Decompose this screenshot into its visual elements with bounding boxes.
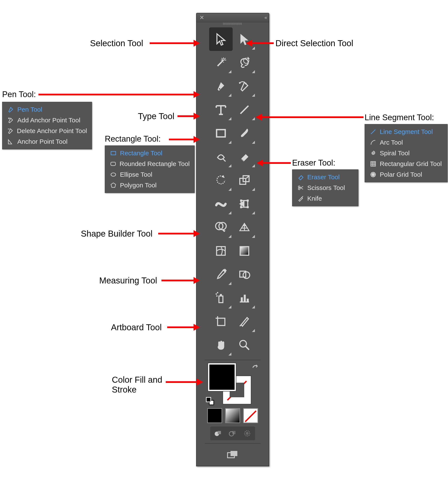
roundrect-icon: [110, 160, 116, 167]
flyout-item[interactable]: Rectangle Tool: [105, 148, 194, 159]
arrow-head: [256, 160, 263, 166]
slice-tool[interactable]: [233, 310, 256, 333]
flyout-item[interactable]: Eraser Tool: [292, 172, 358, 182]
flyout-item[interactable]: Ellipse Tool: [105, 169, 194, 180]
svg-rect-13: [217, 247, 225, 255]
gradient-tool[interactable]: [233, 239, 256, 263]
flyout-item[interactable]: Rectangular Grid Tool: [365, 159, 447, 169]
tools-panel: ✕ «: [196, 13, 269, 466]
arrow: [166, 381, 197, 383]
magic-wand-tool[interactable]: [209, 51, 233, 74]
color-mode-gradient[interactable]: [225, 408, 240, 423]
color-mode-row: [196, 408, 269, 423]
flyout-item[interactable]: Arc Tool: [365, 137, 447, 148]
svg-point-22: [216, 295, 218, 297]
line-icon: [369, 128, 377, 135]
svg-point-0: [219, 88, 220, 89]
artboard-tool[interactable]: [209, 310, 233, 333]
flyout-label: Anchor Point Tool: [17, 138, 68, 145]
scale-tool[interactable]: [233, 169, 256, 192]
swap-fill-stroke-icon[interactable]: [251, 364, 259, 372]
default-fill-stroke-icon[interactable]: [206, 397, 215, 406]
svg-rect-36: [111, 151, 116, 155]
svg-point-1: [239, 82, 240, 84]
arrow-head: [193, 40, 200, 47]
arrow: [169, 139, 193, 140]
flyout-label: Line Segment Tool: [380, 128, 433, 135]
screen-mode-icon[interactable]: [223, 449, 242, 462]
rectangle-tool[interactable]: [209, 122, 233, 145]
shaper-tool[interactable]: [209, 145, 233, 169]
color-mode-none[interactable]: [243, 408, 258, 423]
flyout-item[interactable]: Line Segment Tool: [365, 127, 447, 137]
svg-rect-19: [220, 294, 222, 296]
flyout-item[interactable]: Polygon Tool: [105, 180, 194, 191]
lasso-tool[interactable]: [233, 51, 256, 74]
flyout-label: Add Anchor Point Tool: [17, 117, 80, 124]
arrow: [177, 115, 193, 117]
close-icon[interactable]: ✕: [199, 15, 205, 21]
svg-rect-42: [371, 162, 375, 166]
symbol-sprayer-tool[interactable]: [209, 286, 233, 310]
fill-swatch[interactable]: [208, 363, 236, 391]
flyout-item[interactable]: Add Anchor Point Tool: [2, 115, 92, 126]
arrow-head: [256, 114, 262, 121]
divider: [205, 360, 260, 360]
paintbrush-tool[interactable]: [233, 122, 256, 145]
arc-icon: [369, 139, 377, 146]
flyout-item[interactable]: Pen Tool: [2, 104, 92, 115]
draw-normal-icon[interactable]: [211, 428, 225, 439]
column-graph-tool[interactable]: [233, 286, 256, 310]
flyout-item[interactable]: Spiral Tool: [365, 148, 447, 159]
type-callout: Type Tool: [138, 112, 175, 121]
pen-flyout: Pen Tool Add Anchor Point Tool Delete An…: [2, 102, 92, 149]
line-segment-tool[interactable]: [233, 98, 256, 122]
mesh-tool[interactable]: [209, 239, 233, 263]
collapse-icon[interactable]: «: [265, 15, 266, 20]
measuring-callout: Measuring Tool: [99, 276, 157, 285]
hand-tool[interactable]: [209, 333, 233, 357]
type-tool[interactable]: [209, 98, 233, 122]
flyout-label: Ellipse Tool: [120, 171, 152, 178]
rectangle-flyout-title: Rectangle Tool:: [105, 134, 160, 144]
fill-stroke-callout: Color Fill and Stroke: [112, 375, 162, 394]
flyout-label: Rectangle Tool: [120, 149, 162, 157]
svg-point-2: [245, 83, 247, 84]
selection-tool[interactable]: [209, 27, 233, 51]
blend-tool[interactable]: [233, 263, 256, 286]
flyout-item[interactable]: Delete Anchor Point Tool: [2, 126, 92, 136]
perspective-grid-tool[interactable]: [233, 216, 256, 239]
pen-tool[interactable]: [209, 74, 233, 98]
arrow: [158, 233, 193, 234]
direct-selection-tool[interactable]: [233, 27, 256, 51]
free-transform-tool[interactable]: [233, 192, 256, 216]
eraser-tool[interactable]: [233, 145, 256, 169]
eraser-icon: [297, 174, 304, 181]
svg-point-38: [111, 173, 116, 176]
eyedropper-tool[interactable]: [209, 263, 233, 286]
rotate-tool[interactable]: [209, 169, 233, 192]
arrow-head: [193, 91, 200, 98]
arrow-head: [193, 277, 200, 284]
width-tool[interactable]: [209, 192, 233, 216]
arrow: [167, 326, 193, 328]
svg-rect-24: [244, 295, 246, 302]
fill-stroke-line1: Color Fill and: [112, 375, 162, 384]
zoom-tool[interactable]: [233, 333, 256, 357]
drag-grip[interactable]: [223, 23, 242, 25]
svg-rect-26: [218, 318, 225, 325]
arrow: [252, 42, 274, 44]
draw-behind-icon[interactable]: [226, 428, 239, 439]
curvature-tool[interactable]: [233, 74, 256, 98]
draw-inside-icon[interactable]: [240, 428, 254, 439]
svg-point-20: [216, 293, 217, 294]
svg-rect-3: [217, 130, 225, 137]
flyout-item[interactable]: Scissors Tool: [292, 182, 358, 193]
flyout-item[interactable]: Rounded Rectangle Tool: [105, 159, 194, 169]
flyout-label: Delete Anchor Point Tool: [17, 127, 87, 135]
color-mode-color[interactable]: [207, 408, 222, 423]
flyout-item[interactable]: Knife: [292, 193, 358, 204]
flyout-item[interactable]: Anchor Point Tool: [2, 136, 92, 147]
shape-builder-tool[interactable]: [209, 216, 233, 239]
flyout-item[interactable]: Polar Grid Tool: [365, 169, 447, 180]
